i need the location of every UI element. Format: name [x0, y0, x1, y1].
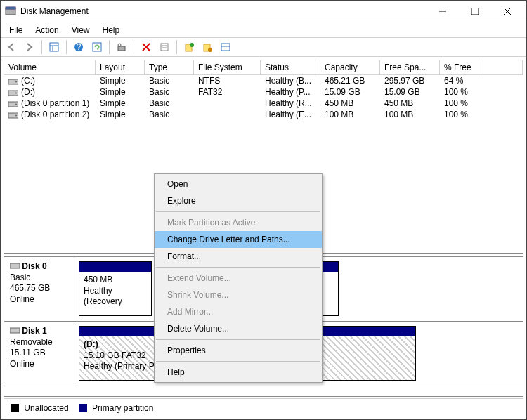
- toolbar-sep: [66, 40, 67, 54]
- partition-line1: 450 MB: [84, 275, 112, 284]
- volume-status: Healthy (R...: [261, 98, 320, 109]
- show-hide-tree-button[interactable]: [46, 39, 62, 55]
- volume-capacity: 15.09 GB: [320, 86, 380, 98]
- view-settings-button[interactable]: [218, 39, 233, 55]
- window-title: Disk Management: [20, 6, 427, 16]
- context-item: Add Mirror...: [155, 303, 322, 320]
- legend-swatch-unallocated: [11, 404, 19, 412]
- context-separator: [156, 361, 320, 362]
- context-item[interactable]: Format...: [155, 248, 322, 265]
- svg-rect-23: [221, 44, 230, 51]
- col-volume[interactable]: Volume: [4, 60, 96, 75]
- volume-layout: Simple: [96, 109, 145, 120]
- delete-button[interactable]: [138, 39, 154, 55]
- menu-file[interactable]: File: [4, 24, 28, 37]
- disk-status: Online: [10, 294, 34, 304]
- rescan-button[interactable]: [114, 39, 129, 55]
- volume-pctfree: 100 %: [440, 109, 483, 120]
- close-button[interactable]: [491, 1, 523, 22]
- volume-status: Healthy (B...: [261, 75, 320, 86]
- context-separator: [156, 211, 320, 212]
- svg-point-13: [118, 44, 121, 46]
- menu-help[interactable]: Help: [97, 24, 126, 37]
- context-item[interactable]: Change Drive Letter and Paths...: [155, 231, 322, 248]
- col-capacity[interactable]: Capacity: [320, 60, 380, 75]
- titlebar: Disk Management: [1, 1, 526, 22]
- disk-info[interactable]: Disk 0Basic465.75 GBOnline: [4, 257, 74, 321]
- menu-action[interactable]: Action: [30, 24, 64, 37]
- col-freespace[interactable]: Free Spa...: [380, 60, 440, 75]
- col-layout[interactable]: Layout: [96, 60, 145, 75]
- disk-icon: [10, 261, 20, 271]
- app-icon: [5, 6, 16, 17]
- svg-rect-12: [118, 46, 125, 51]
- volume-capacity: 450 MB: [320, 98, 380, 109]
- volume-free: 15.09 GB: [380, 86, 440, 98]
- context-item[interactable]: Delete Volume...: [155, 320, 322, 337]
- volume-row[interactable]: (Disk 0 partition 1)SimpleBasicHealthy (…: [4, 98, 523, 109]
- legend-swatch-primary: [79, 404, 87, 412]
- menubar: File Action View Help: [1, 22, 526, 37]
- toolbar: ?: [1, 37, 526, 57]
- volume-status: Healthy (P...: [261, 86, 320, 98]
- volume-layout: Simple: [96, 75, 145, 86]
- maximize-button[interactable]: [459, 1, 491, 22]
- volume-status: Healthy (E...: [261, 109, 320, 120]
- minimize-button[interactable]: [427, 1, 459, 22]
- disk-icon: [10, 326, 20, 336]
- volume-name: (Disk 0 partition 1): [21, 98, 89, 108]
- context-item: Mark Partition as Active: [155, 214, 322, 231]
- legend-label: Primary partition: [92, 403, 153, 413]
- context-separator: [156, 267, 320, 268]
- col-status[interactable]: Status: [261, 60, 320, 75]
- volume-free: 295.97 GB: [380, 75, 440, 86]
- volume-fs: FAT32: [194, 86, 261, 98]
- svg-rect-6: [50, 43, 58, 51]
- col-type[interactable]: Type: [145, 60, 194, 75]
- menu-view[interactable]: View: [66, 24, 96, 37]
- svg-point-30: [15, 104, 17, 105]
- svg-point-26: [15, 81, 17, 83]
- context-item: Extend Volume...: [155, 270, 322, 287]
- context-item[interactable]: Help: [155, 364, 322, 381]
- svg-point-28: [15, 93, 17, 94]
- context-item: Shrink Volume...: [155, 287, 322, 303]
- help-button[interactable]: ?: [71, 39, 86, 55]
- context-item[interactable]: Explore: [155, 192, 322, 209]
- partition-line1: 15.10 GB FAT32: [84, 350, 146, 360]
- volume-pctfree: 64 %: [440, 75, 483, 86]
- context-menu[interactable]: OpenExploreMark Partition as ActiveChang…: [154, 173, 323, 383]
- svg-text:?: ?: [77, 42, 82, 52]
- volume-layout: Simple: [96, 86, 145, 98]
- context-item[interactable]: Open: [155, 176, 322, 192]
- refresh-button[interactable]: [89, 39, 105, 55]
- partition-title: (D:): [84, 339, 98, 349]
- volume-row[interactable]: (D:)SimpleBasicFAT32Healthy (P...15.09 G…: [4, 86, 523, 98]
- disk-size: 465.75 GB: [10, 283, 50, 293]
- disk-type: Removable: [10, 337, 53, 347]
- toolbar-sep: [109, 40, 110, 54]
- context-item[interactable]: Properties: [155, 342, 322, 359]
- forward-button[interactable]: [22, 39, 37, 55]
- back-button[interactable]: [4, 39, 19, 55]
- window: Disk Management File Action View Help ? …: [0, 0, 527, 420]
- svg-rect-1: [6, 7, 15, 9]
- volume-settings-button[interactable]: [200, 39, 215, 55]
- svg-rect-34: [10, 328, 20, 333]
- col-filesystem[interactable]: File System: [194, 60, 261, 75]
- properties-button[interactable]: [157, 39, 172, 55]
- volume-row[interactable]: (Disk 0 partition 2)SimpleBasicHealthy (…: [4, 109, 523, 120]
- new-simple-volume-button[interactable]: [181, 39, 197, 55]
- volume-layout: Simple: [96, 98, 145, 109]
- disk-info[interactable]: Disk 1Removable15.11 GBOnline: [4, 322, 74, 386]
- col-pctfree[interactable]: % Free: [440, 60, 483, 75]
- volume-pctfree: 100 %: [440, 98, 483, 109]
- partition-body: 450 MBHealthy (Recovery: [79, 272, 151, 315]
- disk-status: Online: [10, 359, 34, 369]
- volume-fs: [194, 109, 261, 120]
- partition[interactable]: 450 MBHealthy (Recovery: [79, 261, 152, 316]
- context-separator: [156, 339, 320, 340]
- drive-icon: [8, 88, 18, 96]
- volume-row[interactable]: (C:)SimpleBasicNTFSHealthy (B...465.21 G…: [4, 75, 523, 86]
- partition-line2: Healthy (Recovery: [84, 286, 122, 307]
